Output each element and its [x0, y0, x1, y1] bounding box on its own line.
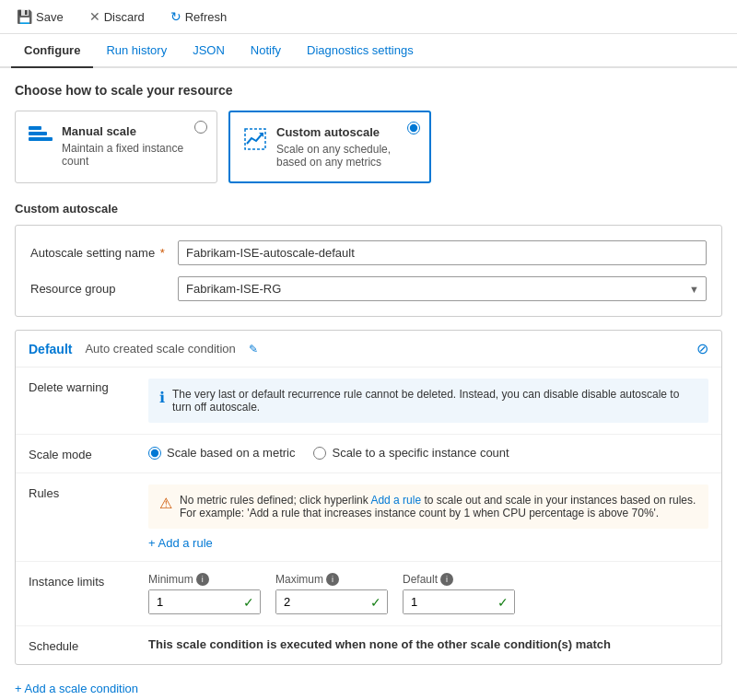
maximum-input-wrap: ✓ — [275, 589, 388, 614]
instance-limits-controls: Minimum i ✓ Maximum — [148, 573, 708, 614]
scale-mode-label: Scale mode — [29, 446, 148, 461]
delete-warning-banner: ℹ The very last or default recurrence ru… — [148, 379, 708, 423]
tab-notify[interactable]: Notify — [238, 34, 294, 68]
warning-icon: ⚠ — [159, 495, 172, 512]
manual-scale-desc: Maintain a fixed instance count — [62, 142, 204, 168]
default-group: Default i ✓ — [403, 573, 515, 614]
custom-autoscale-card[interactable]: Custom autoscale Scale on any schedule, … — [228, 111, 431, 183]
tabs-bar: Configure Run history JSON Notify Diagno… — [0, 34, 737, 68]
delete-warning-text: The very last or default recurrence rule… — [172, 388, 697, 414]
autoscale-form-box: Autoscale setting name * Resource group … — [15, 225, 722, 317]
scale-section-title: Choose how to scale your resource — [15, 83, 722, 98]
default-label-group: Default i — [403, 573, 515, 586]
autoscale-section-label: Custom autoscale — [15, 202, 722, 216]
resource-group-select[interactable]: Fabrikam-ISE-RG — [178, 276, 707, 301]
custom-autoscale-title: Custom autoscale — [276, 125, 416, 139]
edit-icon[interactable]: ✎ — [249, 343, 258, 356]
scale-mode-metric-label: Scale based on a metric — [167, 446, 295, 460]
condition-body: Delete warning ℹ The very last or defaul… — [16, 368, 721, 664]
minimum-group: Minimum i ✓ — [148, 573, 261, 614]
no-entry-icon[interactable]: ⊘ — [696, 340, 708, 357]
resource-group-label: Resource group — [30, 282, 178, 296]
instance-limits-label: Instance limits — [29, 573, 148, 589]
scale-mode-radio-group: Scale based on a metric Scale to a speci… — [148, 446, 708, 460]
manual-scale-title: Manual scale — [62, 124, 204, 138]
delete-warning-row: Delete warning ℹ The very last or defaul… — [16, 368, 721, 435]
scale-mode-content: Scale based on a metric Scale to a speci… — [148, 446, 708, 460]
default-label: Default — [29, 342, 72, 356]
discard-icon: ✕ — [89, 9, 100, 24]
setting-name-input[interactable] — [178, 240, 707, 265]
minimum-label: Minimum — [148, 573, 193, 586]
tab-diagnostics[interactable]: Diagnostics settings — [294, 34, 427, 68]
scale-mode-instance-label: Scale to a specific instance count — [332, 446, 509, 460]
scale-cards: Manual scale Maintain a fixed instance c… — [15, 111, 722, 183]
tab-run-history[interactable]: Run history — [93, 34, 180, 68]
custom-autoscale-desc: Scale on any schedule, based on any metr… — [276, 143, 416, 169]
maximum-check-icon: ✓ — [370, 595, 381, 610]
instance-limits-row: Instance limits Minimum i ✓ — [16, 562, 721, 626]
manual-scale-card[interactable]: Manual scale Maintain a fixed instance c… — [15, 111, 217, 183]
setting-name-label: Autoscale setting name * — [30, 246, 178, 260]
form-row-setting-name: Autoscale setting name * — [30, 240, 707, 265]
add-rule-inline-link[interactable]: Add a rule — [370, 494, 421, 507]
maximum-label: Maximum — [275, 573, 323, 586]
condition-panel: Default Auto created scale condition ✎ ⊘… — [15, 330, 722, 665]
minimum-info-icon[interactable]: i — [196, 573, 209, 586]
instance-limits-content: Minimum i ✓ Maximum — [148, 573, 708, 614]
scale-mode-metric-radio[interactable] — [148, 447, 161, 460]
refresh-icon: ↻ — [170, 9, 181, 24]
rules-row: Rules ⚠ No metric rules defined; click h… — [16, 473, 721, 562]
discard-label: Discard — [104, 10, 145, 24]
maximum-label-group: Maximum i — [275, 573, 388, 586]
add-scale-condition-link[interactable]: + Add a scale condition — [15, 682, 138, 695]
custom-autoscale-radio[interactable] — [407, 122, 420, 137]
scale-mode-instance-option[interactable]: Scale to a specific instance count — [313, 446, 509, 460]
resource-group-select-wrap: Fabrikam-ISE-RG ▼ — [178, 276, 707, 301]
refresh-button[interactable]: ↻ Refresh — [165, 6, 233, 28]
manual-scale-radio[interactable] — [194, 121, 207, 136]
rules-warning-banner: ⚠ No metric rules defined; click hyperli… — [148, 484, 708, 529]
scale-mode-instance-radio[interactable] — [313, 447, 326, 460]
save-icon: 💾 — [17, 9, 32, 24]
form-row-resource-group: Resource group Fabrikam-ISE-RG ▼ — [30, 276, 707, 301]
schedule-label: Schedule — [29, 637, 148, 653]
save-label: Save — [36, 10, 64, 24]
default-info-icon[interactable]: i — [440, 573, 453, 586]
custom-autoscale-icon — [243, 127, 267, 157]
schedule-row: Schedule This scale condition is execute… — [16, 626, 721, 664]
tab-configure[interactable]: Configure — [11, 34, 93, 68]
default-inst-label: Default — [403, 573, 438, 586]
manual-scale-content: Manual scale Maintain a fixed instance c… — [62, 124, 204, 168]
default-input-wrap: ✓ — [403, 589, 515, 614]
minimum-input-wrap: ✓ — [148, 589, 261, 614]
condition-name: Auto created scale condition — [85, 342, 235, 356]
manual-scale-radio-input[interactable] — [194, 121, 207, 134]
svg-rect-0 — [245, 129, 265, 149]
refresh-label: Refresh — [185, 10, 228, 24]
add-rule-link[interactable]: + Add a rule — [148, 536, 213, 550]
discard-button[interactable]: ✕ Discard — [84, 6, 150, 28]
info-icon: ℹ — [159, 389, 165, 406]
rules-label: Rules — [29, 484, 148, 500]
manual-scale-icon — [29, 126, 53, 141]
rules-warning-text: No metric rules defined; click hyperlink… — [180, 494, 697, 519]
toolbar: 💾 Save ✕ Discard ↻ Refresh — [0, 0, 737, 34]
maximum-group: Maximum i ✓ — [275, 573, 388, 614]
maximum-info-icon[interactable]: i — [326, 573, 339, 586]
custom-autoscale-radio-input[interactable] — [407, 122, 420, 134]
rules-content: ⚠ No metric rules defined; click hyperli… — [148, 484, 708, 550]
schedule-content: This scale condition is executed when no… — [148, 637, 708, 651]
scale-mode-metric-option[interactable]: Scale based on a metric — [148, 446, 295, 460]
condition-header: Default Auto created scale condition ✎ ⊘ — [16, 331, 721, 368]
delete-warning-label: Delete warning — [29, 379, 148, 394]
save-button[interactable]: 💾 Save — [11, 6, 69, 28]
tab-json[interactable]: JSON — [180, 34, 238, 68]
minimum-label-group: Minimum i — [148, 573, 261, 586]
minimum-check-icon: ✓ — [243, 595, 254, 610]
scale-mode-row: Scale mode Scale based on a metric Scale… — [16, 435, 721, 473]
custom-autoscale-content: Custom autoscale Scale on any schedule, … — [276, 125, 416, 169]
delete-warning-content: ℹ The very last or default recurrence ru… — [148, 379, 708, 423]
main-content: Choose how to scale your resource Manual… — [0, 68, 737, 700]
default-check-icon: ✓ — [497, 595, 509, 610]
